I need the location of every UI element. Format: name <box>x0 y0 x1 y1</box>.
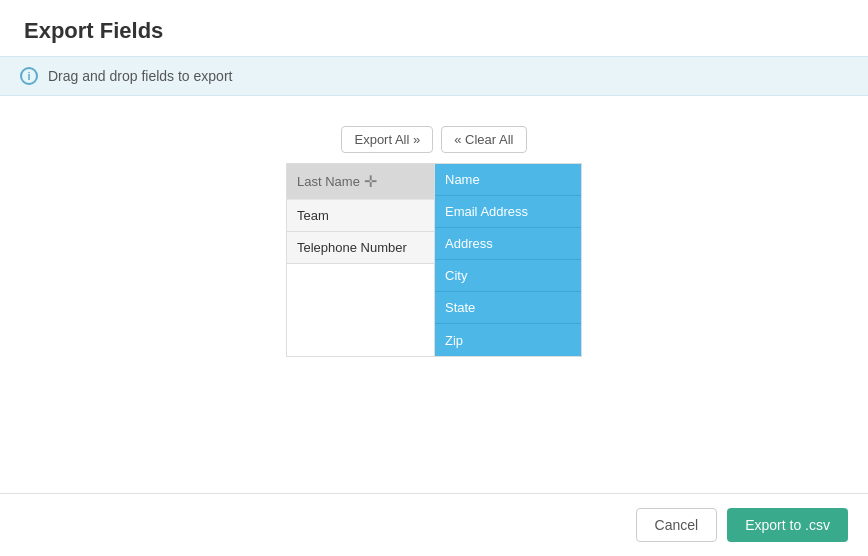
field-item-zip[interactable]: Zip <box>435 324 581 356</box>
field-item-team[interactable]: Team <box>287 200 434 232</box>
field-label: Team <box>297 208 329 223</box>
field-label: Telephone Number <box>297 240 407 255</box>
field-label: City <box>445 268 467 283</box>
field-item-telephone[interactable]: Telephone Number <box>287 232 434 264</box>
info-icon: i <box>20 67 38 85</box>
left-column: Last Name ✛ Team Telephone Number <box>286 163 434 357</box>
field-label: Address <box>445 236 493 251</box>
action-row: Export All » « Clear All <box>341 126 526 153</box>
footer: Cancel Export to .csv <box>0 493 868 556</box>
right-column: Name Email Address Address City State Zi… <box>434 163 582 357</box>
field-label: Zip <box>445 333 463 348</box>
field-label: Name <box>445 172 480 187</box>
drag-handle-icon: ✛ <box>364 172 377 191</box>
columns-row: Last Name ✛ Team Telephone Number Name E… <box>286 163 582 357</box>
export-csv-button[interactable]: Export to .csv <box>727 508 848 542</box>
field-label: Email Address <box>445 204 528 219</box>
info-banner: i Drag and drop fields to export <box>0 56 868 96</box>
banner-text: Drag and drop fields to export <box>48 68 232 84</box>
clear-all-button[interactable]: « Clear All <box>441 126 526 153</box>
field-item-city[interactable]: City <box>435 260 581 292</box>
field-item-name[interactable]: Name <box>435 164 581 196</box>
field-item-state[interactable]: State <box>435 292 581 324</box>
columns-wrapper: Export All » « Clear All Last Name ✛ Tea… <box>286 126 582 357</box>
field-item-last-name[interactable]: Last Name ✛ <box>287 164 434 200</box>
field-label: State <box>445 300 475 315</box>
field-label: Last Name <box>297 174 360 189</box>
field-item-address[interactable]: Address <box>435 228 581 260</box>
export-all-button[interactable]: Export All » <box>341 126 433 153</box>
main-content: Export All » « Clear All Last Name ✛ Tea… <box>0 96 868 357</box>
cancel-button[interactable]: Cancel <box>636 508 718 542</box>
page-title: Export Fields <box>0 0 868 56</box>
field-item-email[interactable]: Email Address <box>435 196 581 228</box>
